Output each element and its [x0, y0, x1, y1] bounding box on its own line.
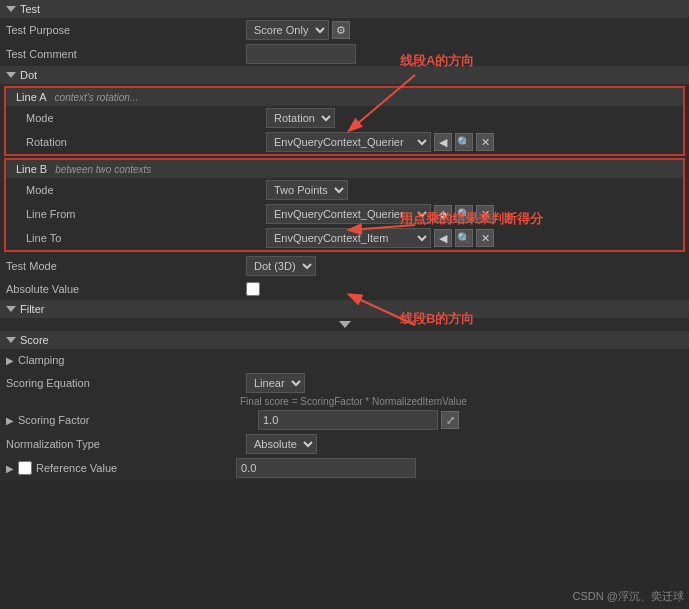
dot-section-header[interactable]: Dot	[0, 66, 689, 84]
score-collapse-icon	[6, 337, 16, 343]
line-a-mode-row: Mode Rotation	[6, 106, 683, 130]
line-a-clear-btn[interactable]: ✕	[476, 133, 494, 151]
norm-type-select[interactable]: Absolute	[246, 434, 317, 454]
absolute-checkbox[interactable]	[246, 282, 260, 296]
line-b-hint: between two contexts	[55, 164, 151, 175]
test-purpose-icon-btn[interactable]: ⚙	[332, 21, 350, 39]
line-b-to-controls: EnvQueryContext_Item ◀ 🔍 ✕	[266, 228, 677, 248]
filter-collapse-icon	[6, 306, 16, 312]
filter-expand-arrow	[339, 321, 351, 328]
clamping-row: ▶ Clamping	[0, 349, 689, 371]
line-a-rotation-label: Rotation	[26, 136, 266, 148]
line-a-group: Line A context's rotation... Mode Rotati…	[4, 86, 685, 156]
line-a-rotation-controls: EnvQueryContext_Querier ◀ 🔍 ✕	[266, 132, 677, 152]
line-b-from-search-btn[interactable]: 🔍	[455, 205, 473, 223]
clamping-label: Clamping	[18, 354, 258, 366]
scoring-factor-expand-btn[interactable]: ⤢	[441, 411, 459, 429]
scoring-factor-label: Scoring Factor	[18, 414, 258, 426]
scoring-factor-input[interactable]	[258, 410, 438, 430]
score-section-title: Score	[20, 334, 49, 346]
norm-type-row: Normalization Type Absolute	[0, 432, 689, 456]
clamping-expand[interactable]: ▶	[6, 355, 14, 366]
filter-section-title: Filter	[20, 303, 44, 315]
equation-hint: Final score = ScoringFactor * Normalized…	[0, 395, 689, 408]
absolute-value-row: Absolute Value	[0, 278, 689, 300]
scoring-equation-label: Scoring Equation	[6, 377, 246, 389]
filter-section-header[interactable]: Filter	[0, 300, 689, 318]
ref-value-input[interactable]	[236, 458, 416, 478]
test-purpose-row: Test Purpose Score Only ⚙	[0, 18, 689, 42]
ref-value-label: Reference Value	[36, 462, 236, 474]
absolute-label: Absolute Value	[6, 283, 246, 295]
line-b-mode-row: Mode Two Points	[6, 178, 683, 202]
line-b-mode-controls: Two Points	[266, 180, 677, 200]
line-b-title: Line B	[16, 163, 47, 175]
ref-value-controls	[236, 458, 683, 478]
line-b-from-select[interactable]: EnvQueryContext_Querier	[266, 204, 431, 224]
test-mode-label: Test Mode	[6, 260, 246, 272]
dot-collapse-icon	[6, 72, 16, 78]
line-b-header[interactable]: Line B between two contexts	[6, 160, 683, 178]
line-b-to-row: Line To EnvQueryContext_Item ◀ 🔍 ✕	[6, 226, 683, 250]
line-b-group: Line B between two contexts Mode Two Poi…	[4, 158, 685, 252]
scoring-factor-controls: ⤢	[258, 410, 683, 430]
scoring-factor-expand[interactable]: ▶	[6, 415, 14, 426]
ref-value-expand[interactable]: ▶	[6, 463, 14, 474]
line-b-to-search-btn[interactable]: 🔍	[455, 229, 473, 247]
scoring-equation-select[interactable]: Linear	[246, 373, 305, 393]
collapse-icon	[6, 6, 16, 12]
dot-section-title: Dot	[20, 69, 37, 81]
line-b-from-controls: EnvQueryContext_Querier ◆ 🔍 ✕	[266, 204, 677, 224]
test-mode-controls: Dot (3D)	[246, 256, 683, 276]
test-mode-select[interactable]: Dot (3D)	[246, 256, 316, 276]
line-a-title: Line A	[16, 91, 47, 103]
ref-value-row: ▶ Reference Value	[0, 456, 689, 480]
norm-type-label: Normalization Type	[6, 438, 246, 450]
test-purpose-label: Test Purpose	[6, 24, 246, 36]
test-purpose-select[interactable]: Score Only	[246, 20, 329, 40]
scoring-factor-row: ▶ Scoring Factor ⤢	[0, 408, 689, 432]
test-mode-row: Test Mode Dot (3D)	[0, 254, 689, 278]
test-comment-input[interactable]	[246, 44, 356, 64]
line-a-mode-label: Mode	[26, 112, 266, 124]
score-section-header[interactable]: Score	[0, 331, 689, 349]
line-b-from-label: Line From	[26, 208, 266, 220]
line-a-hint: context's rotation...	[55, 92, 139, 103]
line-a-rotation-row: Rotation EnvQueryContext_Querier ◀ 🔍 ✕	[6, 130, 683, 154]
line-b-from-arrow-btn[interactable]: ◆	[434, 205, 452, 223]
filter-divider	[0, 318, 689, 331]
line-b-mode-label: Mode	[26, 184, 266, 196]
test-comment-label: Test Comment	[6, 48, 246, 60]
line-a-header[interactable]: Line A context's rotation...	[6, 88, 683, 106]
line-b-from-clear-btn[interactable]: ✕	[476, 205, 494, 223]
test-comment-row: Test Comment	[0, 42, 689, 66]
test-section-title: Test	[20, 3, 40, 15]
line-b-mode-select[interactable]: Two Points	[266, 180, 348, 200]
line-b-to-arrow-btn[interactable]: ◀	[434, 229, 452, 247]
line-a-mode-select[interactable]: Rotation	[266, 108, 335, 128]
line-b-from-row: Line From EnvQueryContext_Querier ◆ 🔍 ✕	[6, 202, 683, 226]
absolute-controls	[246, 282, 683, 296]
test-comment-controls	[246, 44, 683, 64]
main-panel: Test Test Purpose Score Only ⚙ Test Comm…	[0, 0, 689, 480]
line-b-to-select[interactable]: EnvQueryContext_Item	[266, 228, 431, 248]
line-a-search-btn[interactable]: 🔍	[455, 133, 473, 151]
scoring-equation-row: Scoring Equation Linear	[0, 371, 689, 395]
norm-type-controls: Absolute	[246, 434, 683, 454]
line-b-to-label: Line To	[26, 232, 266, 244]
line-a-arrow-btn[interactable]: ◀	[434, 133, 452, 151]
line-b-to-clear-btn[interactable]: ✕	[476, 229, 494, 247]
test-purpose-controls: Score Only ⚙	[246, 20, 683, 40]
scoring-equation-controls: Linear	[246, 373, 683, 393]
line-a-rotation-select[interactable]: EnvQueryContext_Querier	[266, 132, 431, 152]
line-a-mode-controls: Rotation	[266, 108, 677, 128]
watermark: CSDN @浮沉、奕迁球	[573, 589, 684, 604]
test-section-header[interactable]: Test	[0, 0, 689, 18]
ref-value-checkbox[interactable]	[18, 461, 32, 475]
